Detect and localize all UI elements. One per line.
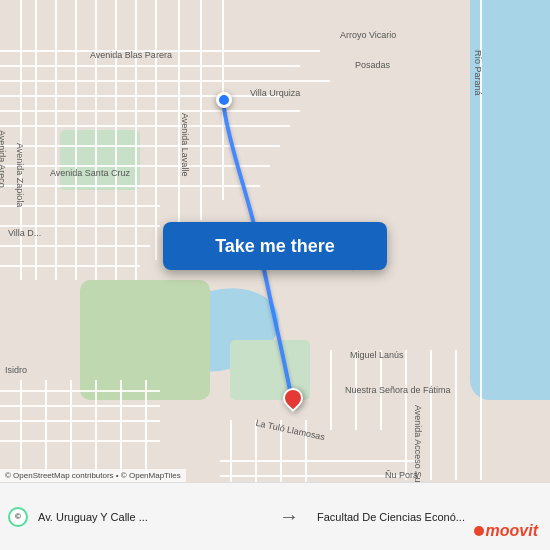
street-v-b4 xyxy=(95,380,97,480)
origin-value: Av. Uruguay Y Calle ... xyxy=(38,511,261,523)
road-label-santa-cruz: Avenida Santa Cruz xyxy=(50,168,130,178)
moovit-dot xyxy=(474,526,484,536)
street-v-b6 xyxy=(145,380,147,480)
street-v-7 xyxy=(135,0,137,280)
street-h-b1 xyxy=(0,390,160,392)
bottom-bar: © Av. Uruguay Y Calle ... → Facultad De … xyxy=(0,482,550,550)
app-container: Avenida Blas Parera Avenida Lavalle Aven… xyxy=(0,0,550,550)
park-1 xyxy=(60,130,140,190)
street-v-b16 xyxy=(455,350,457,480)
street-h-2 xyxy=(0,65,300,67)
road-label-miguel-lanus: Miguel Lanús xyxy=(350,350,404,360)
street-h-b2 xyxy=(0,405,160,407)
road-label-arroyo-vicario: Arroyo Vicario xyxy=(340,30,396,40)
street-v-b15 xyxy=(430,350,432,480)
street-h-5 xyxy=(0,110,300,112)
destination-marker xyxy=(283,388,303,408)
street-v-10 xyxy=(200,0,202,220)
road-label-villa-d: Villa D... xyxy=(8,228,41,238)
road-label-villa-urquiza: Villa Urquiza xyxy=(250,88,300,98)
street-h-b3 xyxy=(0,420,160,422)
street-h-3 xyxy=(0,80,330,82)
road-label-areco: Avenida Areco xyxy=(0,130,7,188)
origin-section: Av. Uruguay Y Calle ... xyxy=(28,505,271,529)
street-v-6 xyxy=(115,0,117,280)
street-v-b5 xyxy=(120,380,122,480)
road-label-zapiola: Avenida Zapiola xyxy=(15,143,25,207)
street-h-b4 xyxy=(0,440,160,442)
map-container[interactable]: Avenida Blas Parera Avenida Lavalle Aven… xyxy=(0,0,550,550)
moovit-text: moovit xyxy=(486,522,538,540)
street-h-7 xyxy=(0,145,280,147)
road-label-lavalle: Avenida Lavalle xyxy=(180,113,190,176)
road-label-isidro: Isidro xyxy=(5,365,27,375)
road-label-blas-parera: Avenida Blas Parera xyxy=(90,50,172,60)
street-v-1 xyxy=(20,0,22,280)
road-label-nu-pora: Ñu Porá xyxy=(385,470,418,480)
route-arrow: → xyxy=(271,505,307,528)
road-label-nuestra-senora: Nuestra Señora de Fátima xyxy=(345,385,451,395)
street-v-8 xyxy=(155,0,157,260)
street-v-5 xyxy=(95,0,97,280)
origin-marker xyxy=(216,92,232,108)
street-v-b14 xyxy=(405,350,407,480)
road-label-posadas: Posadas xyxy=(355,60,390,70)
route-path xyxy=(0,0,550,550)
street-v-3 xyxy=(55,0,57,280)
destination-marker-pin xyxy=(279,384,307,412)
map-background: Avenida Blas Parera Avenida Lavalle Aven… xyxy=(0,0,550,550)
osm-icon-area: © xyxy=(0,507,28,527)
road-label-tulo-llamosas: La Tuló Llamosas xyxy=(255,418,326,442)
moovit-logo: moovit xyxy=(474,522,538,540)
street-v-4 xyxy=(75,0,77,280)
map-attribution: © OpenStreetMap contributors • © OpenMap… xyxy=(0,469,186,482)
road-label-rio-parana: Río Paraná xyxy=(473,50,483,96)
street-h-b5 xyxy=(220,460,420,462)
street-v-b1 xyxy=(20,380,22,480)
street-v-b11 xyxy=(330,350,332,430)
street-v-2 xyxy=(35,0,37,280)
street-v-b2 xyxy=(45,380,47,480)
street-v-b3 xyxy=(70,380,72,480)
street-h-9 xyxy=(0,185,260,187)
street-h-6 xyxy=(0,125,290,127)
street-h-4 xyxy=(0,95,280,97)
osm-attribution: © OpenStreetMap contributors • © OpenMap… xyxy=(5,471,181,480)
osm-circle-icon: © xyxy=(8,507,28,527)
take-me-there-button[interactable]: Take me there xyxy=(163,222,387,270)
destination-value: Facultad De Ciencias Econó... xyxy=(317,511,540,523)
